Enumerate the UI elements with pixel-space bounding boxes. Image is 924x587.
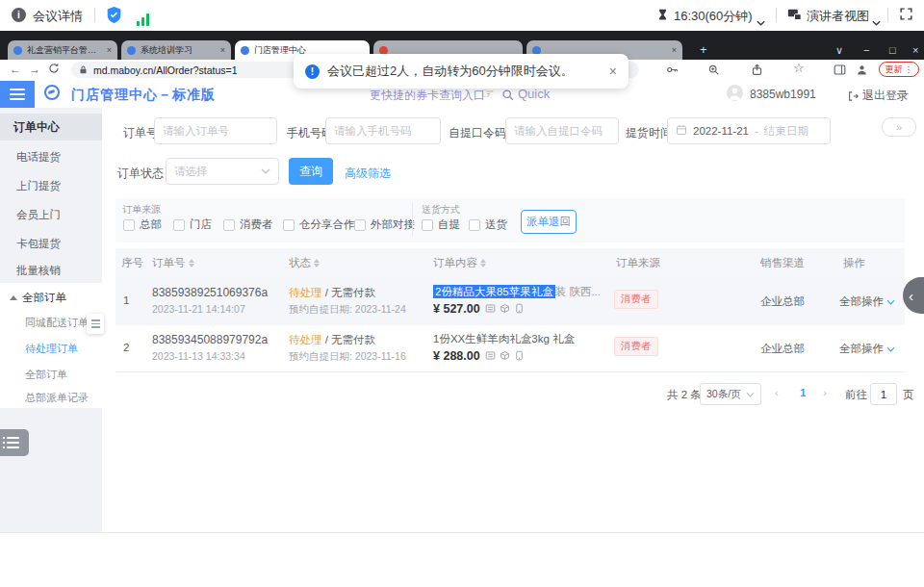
window-minimize-icon[interactable]: − [863,44,869,56]
table-row[interactable]: 2 83859345088979792a 2023-11-13 14:33:34… [116,325,905,372]
chrome-update-button[interactable]: 更新⋮ [879,62,919,77]
checkbox-icon[interactable] [422,219,433,231]
checkbox-store[interactable]: 门店 [173,217,212,232]
app-title: 门店管理中心－标准版 [71,87,216,104]
view-chevron-down-icon[interactable] [872,13,881,30]
back-icon[interactable]: ← [10,62,21,77]
divider [887,8,888,22]
sidebar-item-phone-pickup[interactable]: 电话提货 [0,142,102,171]
meeting-details-button[interactable]: 会议详情 [33,8,83,25]
quick-search-icon[interactable] [501,88,514,105]
sort-icon[interactable] [314,259,320,268]
sidebar-item-door-pickup[interactable]: 上门提货 [0,171,102,200]
divider [94,8,95,22]
site-favicon [127,46,136,55]
pickup-code-input[interactable] [505,117,619,144]
prev-page-button[interactable]: ‹ [775,387,779,398]
next-page-button[interactable]: › [823,387,827,398]
checkbox-icon[interactable] [123,219,135,231]
checkbox-icon[interactable] [354,219,366,231]
checkbox-icon[interactable] [223,219,235,231]
box-icon [500,350,510,361]
bookmark-star-icon[interactable]: ☆ [793,61,805,75]
meeting-panel-toggle[interactable]: ‹ [903,277,924,314]
tab-close-icon[interactable]: × [220,45,225,55]
col-header-content[interactable]: 订单内容 [433,256,486,270]
select-placeholder: 请选择 [174,165,208,179]
checkbox-icon[interactable] [283,219,295,231]
all-actions-dropdown[interactable]: 全部操作 [839,342,895,356]
window-close-icon[interactable]: × [912,44,918,56]
sidebar-group-all-orders[interactable]: 全部订单 [0,285,102,310]
password-key-icon[interactable] [666,63,679,80]
meeting-timer[interactable]: 16:30(60分钟) [674,8,753,25]
new-tab-button[interactable]: + [700,42,707,57]
phone-input[interactable] [325,117,441,144]
checkbox-label: 自提 [438,217,460,232]
order-no-input[interactable] [154,117,277,144]
order-content: 2份精品大果85苹果礼盒装 陕西... [433,285,614,299]
sort-icon[interactable] [480,259,486,268]
profile-icon[interactable] [856,63,868,80]
shield-security-icon[interactable] [106,6,122,28]
panel-divider [412,202,413,237]
sidebar-item-batch-verify[interactable]: 批量核销 [0,256,102,285]
collapse-filters-button[interactable]: » [882,117,916,137]
checkbox-icon[interactable] [173,219,185,231]
window-maximize-icon[interactable]: □ [889,44,896,56]
checkbox-warehouse-share[interactable]: 仓分享合作 [283,217,355,232]
sidebar-drag-handle[interactable] [87,314,104,334]
sidebar-subitem-hq-dispatch-records[interactable]: 总部派单记录 [0,385,102,410]
checkbox-hq[interactable]: 总部 [123,217,162,232]
timer-chevron-down-icon[interactable] [757,13,765,30]
order-status-select[interactable]: 请选择 [166,158,279,185]
col-header-order-no[interactable]: 订单号 [152,256,194,270]
checkbox-self-pickup[interactable]: 自提 [422,217,460,232]
date-range-picker[interactable]: 2022-11-21 - 结束日期 [667,117,831,144]
page-size-select[interactable]: 30条/页 [700,383,761,405]
quick-entry-link[interactable]: Quick [518,87,550,101]
forward-icon[interactable]: → [29,62,40,77]
view-mode-button[interactable]: 演讲者视图 [807,8,869,25]
quick-entry-promo-text: 更快捷的券卡查询入口 [370,88,485,104]
checkbox-icon[interactable] [469,219,480,231]
all-actions-dropdown[interactable]: 全部操作 [839,294,895,309]
checkbox-external[interactable]: 外部对接 [354,217,415,232]
advanced-filter-link[interactable]: 高级筛选 [345,166,391,182]
table-row[interactable]: 1 83859389251069376a 2023-11-21 14:14:07… [116,277,905,326]
tab-close-icon[interactable]: × [107,45,112,55]
info-circle-icon: ! [305,64,320,79]
logout-link[interactable]: 退出登录 [862,88,909,104]
fullscreen-icon[interactable] [899,7,913,25]
sidebar-subitem-all-orders[interactable]: 全部订单 [0,362,102,387]
sidebar-subitem-pending-orders-active[interactable]: 待处理订单 [0,336,102,361]
browser-tab-1[interactable]: 礼盒营销平台管理中心 × [8,40,117,60]
refresh-icon[interactable] [48,63,60,78]
window-menu-icon[interactable]: ∨ [835,44,843,57]
floating-list-button[interactable] [0,429,29,456]
username-text: 8385wb1991 [750,88,816,101]
sort-icon[interactable] [189,259,194,268]
checkbox-consumer[interactable]: 消费者 [223,217,273,232]
zoom-icon[interactable] [707,63,720,80]
hamburger-menu-button[interactable] [0,81,35,108]
browser-tab-2[interactable]: 系统培训学习 × [121,40,231,60]
dispatch-return-button[interactable]: 派单退回 [521,210,577,234]
goto-label: 前往 [845,388,867,402]
network-signal-icon[interactable] [137,9,151,26]
toast-close-icon[interactable]: × [609,64,617,79]
share-icon[interactable] [751,63,763,80]
current-page[interactable]: 1 [800,387,806,398]
col-header-status[interactable]: 状态 [289,256,320,270]
sidebar-item-member-visit[interactable]: 会员上门 [0,200,102,229]
info-icon[interactable]: i [12,8,26,22]
pagination-total: 共 2 条 [667,388,702,402]
sidebar-item-card-pickup[interactable]: 卡包提货 [0,229,102,258]
tab-close-icon[interactable]: × [672,45,677,55]
url-text: md.maboy.cn/AllOrder?status=1 [93,64,238,76]
search-button[interactable]: 查询 [289,158,333,185]
side-panel-icon[interactable] [834,63,846,80]
goto-page-input[interactable] [870,383,897,405]
checkbox-delivery[interactable]: 送货 [469,217,507,232]
logout-icon[interactable] [847,89,859,106]
